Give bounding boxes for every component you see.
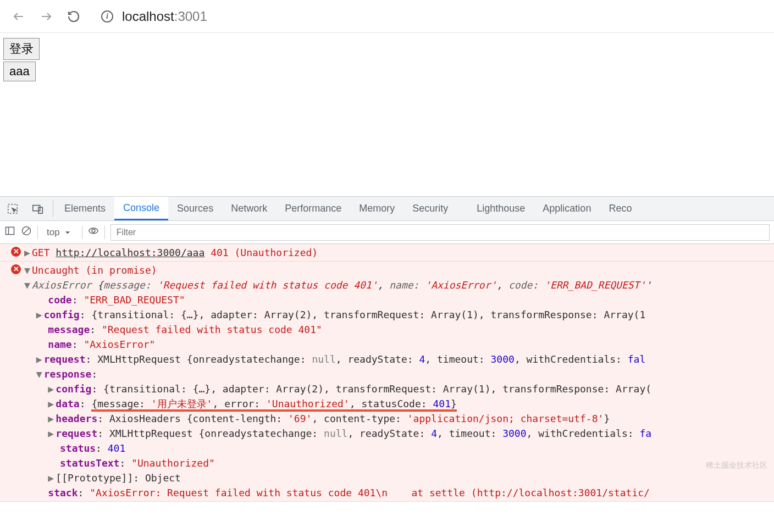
prop-response-statustext[interactable]: statusText [60, 457, 119, 469]
prop-request[interactable]: request [44, 353, 86, 365]
expand-icon[interactable]: ▶ [48, 381, 56, 396]
login-button[interactable]: 登录 [3, 38, 40, 60]
collapse-icon[interactable]: ▼ [24, 263, 32, 278]
tab-security[interactable]: Security [403, 197, 457, 220]
device-toggle-icon[interactable] [25, 197, 51, 220]
tab-sources[interactable]: Sources [168, 197, 222, 220]
prop-response-headers[interactable]: headers [56, 413, 97, 424]
tab-recorder[interactable]: Reco [600, 197, 640, 220]
forward-button [38, 9, 54, 24]
expand-icon[interactable]: ▶ [48, 426, 56, 441]
info-icon[interactable]: i [101, 10, 113, 23]
http-method: GET [32, 247, 50, 258]
expand-icon[interactable]: ▶ [24, 245, 32, 260]
watermark: 稀土掘金技术社区 [706, 458, 767, 473]
devtools-tabs: Elements Console Sources Network Perform… [0, 197, 774, 221]
tab-console[interactable]: Console [114, 197, 168, 220]
console-error-row: ✕ ▼Uncaught (in promise) ▼AxiosError {me… [0, 262, 774, 502]
prop-message[interactable]: message [48, 324, 90, 335]
browser-address-bar: i localhost:3001 [0, 0, 774, 33]
uncaught-label: Uncaught (in promise) [32, 264, 157, 276]
url-display[interactable]: localhost:3001 [122, 9, 207, 24]
request-url[interactable]: http://localhost:3000/aaa [56, 247, 204, 258]
prop-prototype[interactable]: [[Prototype]] [56, 472, 133, 484]
page-content: 登录 aaa [0, 33, 774, 86]
svg-rect-2 [38, 207, 42, 213]
collapse-icon[interactable]: ▼ [24, 278, 32, 292]
chevron-down-icon [62, 227, 73, 238]
tab-memory[interactable]: Memory [350, 197, 403, 220]
svg-point-7 [92, 229, 95, 232]
context-select-label: top [47, 227, 60, 238]
error-icon: ✕ [11, 247, 21, 257]
svg-line-6 [24, 228, 29, 234]
error-icon: ✕ [11, 264, 21, 274]
clear-console-icon[interactable] [21, 225, 32, 239]
prop-response-request[interactable]: request [56, 428, 97, 439]
console-filter-input[interactable] [110, 224, 770, 241]
console-output: ✕ ▶GET http://localhost:3000/aaa 401 (Un… [0, 244, 774, 532]
console-error-row: ✕ ▶GET http://localhost:3000/aaa 401 (Un… [0, 244, 774, 262]
collapse-icon[interactable]: ▼ [36, 367, 44, 381]
aaa-button[interactable]: aaa [3, 62, 36, 81]
http-status: 401 (Unauthorized) [211, 247, 318, 258]
prop-name[interactable]: name [48, 339, 71, 350]
sidebar-toggle-icon[interactable] [4, 225, 15, 239]
console-toolbar: top [0, 221, 774, 244]
expand-icon[interactable]: ▶ [48, 470, 56, 485]
tab-elements[interactable]: Elements [56, 197, 114, 220]
live-expression-icon[interactable] [88, 225, 99, 239]
tab-lighthouse[interactable]: Lighthouse [468, 197, 534, 220]
error-type: AxiosError [32, 279, 97, 291]
svg-rect-3 [6, 227, 14, 234]
tab-performance[interactable]: Performance [276, 197, 350, 220]
tab-application[interactable]: Application [534, 197, 600, 220]
url-host: localhost [122, 9, 174, 24]
url-port: :3001 [174, 9, 207, 24]
prop-response-data[interactable]: data [56, 398, 79, 409]
prop-stack[interactable]: stack [48, 487, 78, 498]
prop-response-config[interactable]: config [56, 383, 91, 395]
reload-button[interactable] [66, 9, 81, 24]
prop-response[interactable]: response [44, 368, 92, 380]
context-select[interactable]: top [43, 226, 76, 239]
prop-response-status[interactable]: status [60, 442, 96, 454]
prop-config[interactable]: config [44, 309, 80, 320]
inspect-icon[interactable] [0, 197, 25, 220]
devtools-panel: Elements Console Sources Network Perform… [0, 196, 774, 532]
back-button [11, 9, 26, 24]
tab-network[interactable]: Network [222, 197, 276, 220]
prop-code[interactable]: code [48, 294, 71, 306]
expand-icon[interactable]: ▶ [48, 396, 56, 411]
expand-icon[interactable]: ▶ [36, 352, 44, 367]
expand-icon[interactable]: ▶ [48, 411, 56, 426]
expand-icon[interactable]: ▶ [36, 307, 44, 322]
